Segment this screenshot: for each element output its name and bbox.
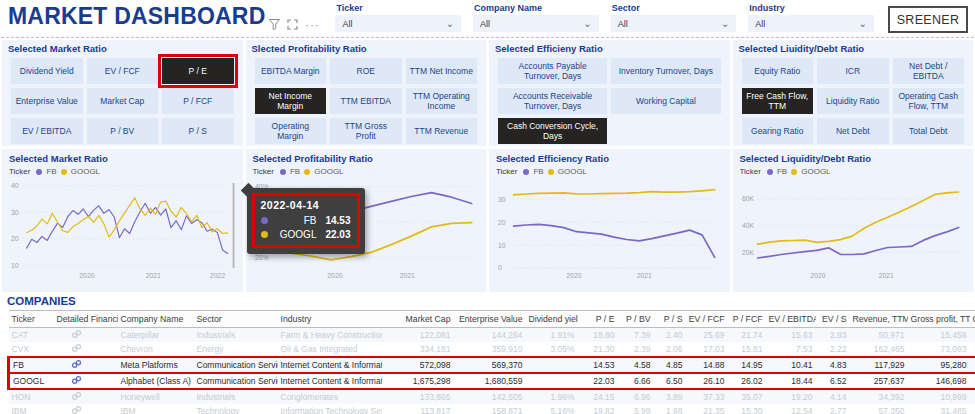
chevron-down-icon: ⌄ (583, 20, 591, 28)
slicer-dropdown-sector[interactable]: All⌄ (611, 15, 737, 32)
legend-entry-googl: GOOGL (314, 167, 343, 176)
cell-ev_fcf: 25.69 (686, 328, 728, 343)
ratio-button-working-capital[interactable]: Working Capital (611, 88, 720, 114)
ratio-button-p-bv[interactable]: P / BV (87, 118, 159, 144)
cell-company: Honeywell (118, 389, 194, 404)
ratio-button-total-debt[interactable]: Total Debt (893, 118, 965, 144)
tooltip-ticker: GOOGL (273, 229, 317, 240)
ratio-button-roe[interactable]: ROE (330, 58, 402, 84)
legend-dot-fb (280, 169, 286, 175)
ratio-button-ttm-net-income[interactable]: TTM Net Income (406, 58, 478, 84)
chevron-down-icon: ⌄ (446, 20, 454, 28)
column-header-ev_s[interactable]: EV / S (816, 311, 850, 328)
cell-ticker: CAT (9, 328, 54, 343)
ratio-button-ev-fcf[interactable]: EV / FCF (87, 58, 159, 84)
table-row-fb[interactable]: FBMeta PlatformsCommunication ServicesIn… (9, 357, 975, 373)
y-axis-label: 30 (498, 196, 506, 203)
ratio-button-equity-ratio[interactable]: Equity Ratio (742, 58, 814, 84)
cell-ev_fcf: 21.35 (686, 404, 728, 414)
x-axis-label: 2021 (146, 272, 161, 279)
column-header-link[interactable]: Detailed Financials (54, 311, 118, 328)
ratio-button-gearing-ratio[interactable]: Gearing Ratio (742, 118, 814, 144)
panel-selected-liuidity-debt-ratio: Selected Liuidity/Debt RatioEquity Ratio… (733, 40, 974, 146)
chart-plot-selected-liquidity-debt-ratio[interactable]: 20K40K60K20202021 (740, 177, 967, 281)
cell-c (970, 328, 975, 343)
ratio-button-free-cash-flow-ttm[interactable]: Free Cash Flow, TTM (742, 88, 814, 114)
column-header-ev_ebitda[interactable]: EV / EBITDA (766, 311, 816, 328)
ratio-button-p-s[interactable]: P / S (162, 118, 234, 144)
column-header-p_fcf[interactable]: P / FCF (728, 311, 766, 328)
panel-title: Slected Profitability Ratio (252, 43, 478, 54)
more-options-icon[interactable]: ··· (305, 22, 319, 28)
column-header-ps[interactable]: P / S (654, 311, 686, 328)
ratio-button-operating-margin[interactable]: Operating Margin (255, 118, 327, 144)
table-row-hon[interactable]: HONHoneywellIndustrialsConglomerates133,… (9, 389, 975, 404)
chart-line-fb (514, 224, 715, 257)
detailed-financials-link-icon[interactable] (71, 391, 82, 403)
cell-link (54, 342, 118, 357)
cell-pbv: 2.39 (618, 342, 654, 357)
detailed-financials-link-icon[interactable] (71, 359, 82, 371)
ratio-button-net-debt[interactable]: Net Debt (817, 118, 889, 144)
ratio-button-inventory-turnover-days[interactable]: Inventory Turnover, Days (611, 58, 720, 84)
table-row-cvx[interactable]: CVXChevronEnergyOil & Gas Integrated334,… (9, 342, 975, 357)
chart-legend: TickerFBGOOGL (740, 167, 967, 176)
column-header-pbv[interactable]: P / BV (618, 311, 654, 328)
column-header-market_cap[interactable]: Market Cap (382, 311, 454, 328)
ratio-button-ttm-gross-profit[interactable]: TTM Gross Profit (330, 118, 402, 144)
ratio-button-liquidity-ratio[interactable]: Liquidity Ratio (817, 88, 889, 114)
cell-ps: 3.89 (654, 389, 686, 404)
filter-icon[interactable] (269, 19, 280, 30)
ratio-button-net-income-margin[interactable]: Net Income Margin (255, 88, 327, 114)
cell-gross_profit_ttm: 10,998 (908, 389, 970, 404)
column-header-revenue_ttm[interactable]: Revenue, TTM (850, 311, 908, 328)
slicer-value: All (342, 19, 352, 29)
detailed-financials-link-icon[interactable] (71, 405, 82, 414)
column-header-pe[interactable]: P / E (578, 311, 618, 328)
column-header-industry[interactable]: Industry (278, 311, 382, 328)
detailed-financials-link-icon[interactable] (71, 329, 82, 341)
cell-company: Caterpillar (118, 328, 194, 343)
table-row-googl[interactable]: GOOGLAlphabet (Class A)Communication Ser… (9, 373, 975, 389)
ratio-button-p-fcf[interactable]: P / FCF (162, 88, 234, 114)
ratio-button-net-debt-ebitda[interactable]: Net Debt / EBITDA (893, 58, 965, 84)
slicer-dropdown-company-name[interactable]: All⌄ (473, 15, 599, 32)
table-row-ibm[interactable]: IBMIBMTechnologyInformation Technology S… (9, 404, 975, 414)
column-header-company[interactable]: Company Name (118, 311, 194, 328)
cell-ev_s: 4.83 (816, 357, 850, 373)
column-header-enterprise_value[interactable]: Enterprise Value (454, 311, 526, 328)
ratio-button-p-e[interactable]: P / E (162, 58, 234, 84)
ratio-button-enterprise-value[interactable]: Enterprise Value (11, 88, 83, 114)
column-header-ticker[interactable]: Ticker (9, 311, 54, 328)
chart-plot-selected-efficiency-ratio[interactable]: 010203020202021 (496, 177, 723, 281)
tooltip-row-googl: GOOGL22.03 (261, 229, 351, 240)
ratio-button-cash-conversion-cycle-days[interactable]: Cash Conversion Cycle, Days (498, 118, 607, 144)
focus-mode-icon[interactable] (287, 19, 298, 30)
cell-link (54, 328, 118, 343)
ratio-button-operating-cash-flow-ttm[interactable]: Operating Cash Flow, TTM (893, 88, 965, 114)
ratio-button-accounts-receivable-turnover-days[interactable]: Accounts Receivable Turnover, Days (498, 88, 607, 114)
detailed-financials-link-icon[interactable] (71, 343, 82, 355)
column-header-sector[interactable]: Sector (194, 311, 278, 328)
column-header-ev_fcf[interactable]: EV / FCF (686, 311, 728, 328)
table-row-cat[interactable]: CATCaterpillarIndustrialsFarm & Heavy Co… (9, 328, 975, 343)
detailed-financials-link-icon[interactable] (71, 375, 82, 387)
ratio-button-ttm-revenue[interactable]: TTM Revenue (406, 118, 478, 144)
ratio-button-ev-ebitda[interactable]: EV / EBITDA (11, 118, 83, 144)
slicer-dropdown-industry[interactable]: All⌄ (748, 15, 874, 32)
ratio-button-dividend-yield[interactable]: Dividend Yield (11, 58, 83, 84)
screener-button[interactable]: SREENER (888, 6, 968, 33)
ratio-button-ttm-ebitda[interactable]: TTM EBITDA (330, 88, 402, 114)
ratio-button-market-cap[interactable]: Market Cap (87, 88, 159, 114)
column-header-gross_profit_ttm[interactable]: Gross profit, TTM (908, 311, 970, 328)
ratio-button-ttm-operating-income[interactable]: TTM Operating Income (406, 88, 478, 114)
cell-market_cap: 334,181 (382, 342, 454, 357)
chart-plot-selected-market-ratio[interactable]: 10203040202020212022 (9, 177, 236, 281)
ratio-button-ebitda-margin[interactable]: EBITDA Margin (255, 58, 327, 84)
column-header-c[interactable]: C^ (970, 311, 975, 328)
chart-legend: TickerFBGOOGL (496, 167, 723, 176)
slicer-dropdown-ticker[interactable]: All⌄ (335, 15, 461, 32)
ratio-button-accounts-payable-turnover-days[interactable]: Accounts Payable Turnover, Days (498, 58, 607, 84)
column-header-dividend_yield[interactable]: Dividend yield (526, 311, 578, 328)
ratio-button-icr[interactable]: ICR (817, 58, 889, 84)
